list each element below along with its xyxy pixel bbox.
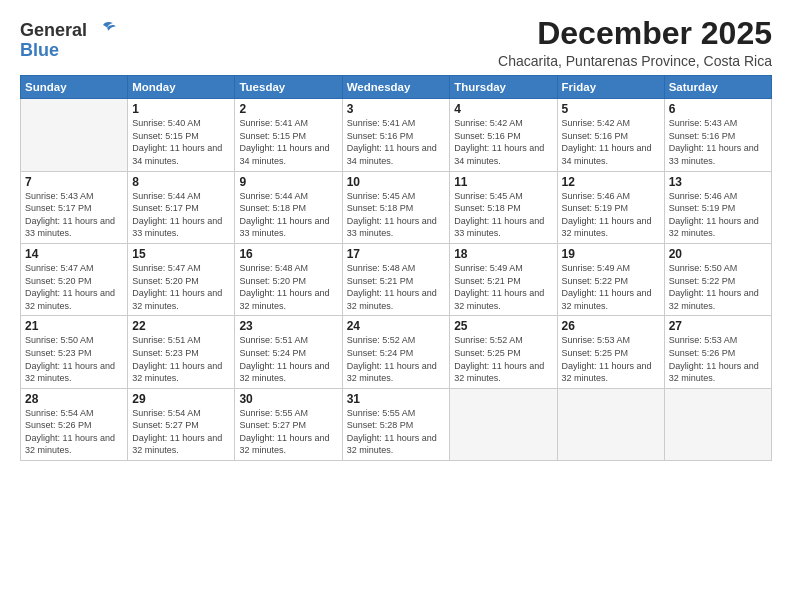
- day-info: Sunrise: 5:41 AMSunset: 5:16 PMDaylight:…: [347, 117, 446, 167]
- calendar-cell: [664, 388, 771, 460]
- day-info: Sunrise: 5:51 AMSunset: 5:23 PMDaylight:…: [132, 334, 230, 384]
- day-number: 28: [25, 392, 123, 406]
- day-info: Sunrise: 5:55 AMSunset: 5:28 PMDaylight:…: [347, 407, 446, 457]
- calendar-cell: 10Sunrise: 5:45 AMSunset: 5:18 PMDayligh…: [342, 171, 450, 243]
- calendar-cell: 24Sunrise: 5:52 AMSunset: 5:24 PMDayligh…: [342, 316, 450, 388]
- day-info: Sunrise: 5:54 AMSunset: 5:26 PMDaylight:…: [25, 407, 123, 457]
- calendar-cell: 6Sunrise: 5:43 AMSunset: 5:16 PMDaylight…: [664, 99, 771, 171]
- day-info: Sunrise: 5:43 AMSunset: 5:16 PMDaylight:…: [669, 117, 767, 167]
- day-number: 2: [239, 102, 337, 116]
- calendar-cell: 23Sunrise: 5:51 AMSunset: 5:24 PMDayligh…: [235, 316, 342, 388]
- calendar-week-row: 1Sunrise: 5:40 AMSunset: 5:15 PMDaylight…: [21, 99, 772, 171]
- logo-general: General: [20, 20, 87, 41]
- calendar-week-row: 21Sunrise: 5:50 AMSunset: 5:23 PMDayligh…: [21, 316, 772, 388]
- calendar-cell: 18Sunrise: 5:49 AMSunset: 5:21 PMDayligh…: [450, 243, 557, 315]
- day-info: Sunrise: 5:46 AMSunset: 5:19 PMDaylight:…: [562, 190, 660, 240]
- day-number: 21: [25, 319, 123, 333]
- title-block: December 2025 Chacarita, Puntarenas Prov…: [498, 16, 772, 69]
- col-monday: Monday: [128, 76, 235, 99]
- calendar-cell: 7Sunrise: 5:43 AMSunset: 5:17 PMDaylight…: [21, 171, 128, 243]
- logo: General Blue: [20, 16, 117, 61]
- day-number: 22: [132, 319, 230, 333]
- day-number: 10: [347, 175, 446, 189]
- calendar-table: Sunday Monday Tuesday Wednesday Thursday…: [20, 75, 772, 461]
- day-info: Sunrise: 5:40 AMSunset: 5:15 PMDaylight:…: [132, 117, 230, 167]
- day-info: Sunrise: 5:54 AMSunset: 5:27 PMDaylight:…: [132, 407, 230, 457]
- day-info: Sunrise: 5:46 AMSunset: 5:19 PMDaylight:…: [669, 190, 767, 240]
- day-number: 13: [669, 175, 767, 189]
- day-number: 23: [239, 319, 337, 333]
- calendar-cell: 15Sunrise: 5:47 AMSunset: 5:20 PMDayligh…: [128, 243, 235, 315]
- day-number: 7: [25, 175, 123, 189]
- day-number: 12: [562, 175, 660, 189]
- calendar-cell: 25Sunrise: 5:52 AMSunset: 5:25 PMDayligh…: [450, 316, 557, 388]
- day-number: 8: [132, 175, 230, 189]
- calendar-cell: 27Sunrise: 5:53 AMSunset: 5:26 PMDayligh…: [664, 316, 771, 388]
- calendar-cell: [450, 388, 557, 460]
- month-title: December 2025: [498, 16, 772, 51]
- col-wednesday: Wednesday: [342, 76, 450, 99]
- day-info: Sunrise: 5:43 AMSunset: 5:17 PMDaylight:…: [25, 190, 123, 240]
- day-number: 16: [239, 247, 337, 261]
- day-number: 9: [239, 175, 337, 189]
- day-number: 29: [132, 392, 230, 406]
- day-info: Sunrise: 5:47 AMSunset: 5:20 PMDaylight:…: [132, 262, 230, 312]
- day-number: 1: [132, 102, 230, 116]
- col-tuesday: Tuesday: [235, 76, 342, 99]
- calendar-cell: 22Sunrise: 5:51 AMSunset: 5:23 PMDayligh…: [128, 316, 235, 388]
- day-number: 26: [562, 319, 660, 333]
- calendar-cell: 3Sunrise: 5:41 AMSunset: 5:16 PMDaylight…: [342, 99, 450, 171]
- day-number: 27: [669, 319, 767, 333]
- calendar-header-row: Sunday Monday Tuesday Wednesday Thursday…: [21, 76, 772, 99]
- day-info: Sunrise: 5:49 AMSunset: 5:22 PMDaylight:…: [562, 262, 660, 312]
- calendar-cell: 12Sunrise: 5:46 AMSunset: 5:19 PMDayligh…: [557, 171, 664, 243]
- calendar-cell: 26Sunrise: 5:53 AMSunset: 5:25 PMDayligh…: [557, 316, 664, 388]
- calendar-week-row: 14Sunrise: 5:47 AMSunset: 5:20 PMDayligh…: [21, 243, 772, 315]
- day-info: Sunrise: 5:45 AMSunset: 5:18 PMDaylight:…: [347, 190, 446, 240]
- day-info: Sunrise: 5:47 AMSunset: 5:20 PMDaylight:…: [25, 262, 123, 312]
- day-info: Sunrise: 5:44 AMSunset: 5:18 PMDaylight:…: [239, 190, 337, 240]
- day-number: 6: [669, 102, 767, 116]
- calendar-cell: [557, 388, 664, 460]
- calendar-cell: 19Sunrise: 5:49 AMSunset: 5:22 PMDayligh…: [557, 243, 664, 315]
- calendar-cell: 1Sunrise: 5:40 AMSunset: 5:15 PMDaylight…: [128, 99, 235, 171]
- col-saturday: Saturday: [664, 76, 771, 99]
- calendar-cell: 21Sunrise: 5:50 AMSunset: 5:23 PMDayligh…: [21, 316, 128, 388]
- day-info: Sunrise: 5:50 AMSunset: 5:22 PMDaylight:…: [669, 262, 767, 312]
- day-info: Sunrise: 5:53 AMSunset: 5:26 PMDaylight:…: [669, 334, 767, 384]
- col-thursday: Thursday: [450, 76, 557, 99]
- calendar-cell: 16Sunrise: 5:48 AMSunset: 5:20 PMDayligh…: [235, 243, 342, 315]
- logo-text: General Blue: [20, 16, 117, 61]
- calendar-cell: 2Sunrise: 5:41 AMSunset: 5:15 PMDaylight…: [235, 99, 342, 171]
- day-number: 25: [454, 319, 552, 333]
- day-number: 24: [347, 319, 446, 333]
- day-info: Sunrise: 5:52 AMSunset: 5:24 PMDaylight:…: [347, 334, 446, 384]
- day-info: Sunrise: 5:50 AMSunset: 5:23 PMDaylight:…: [25, 334, 123, 384]
- calendar-cell: 28Sunrise: 5:54 AMSunset: 5:26 PMDayligh…: [21, 388, 128, 460]
- day-number: 4: [454, 102, 552, 116]
- day-number: 18: [454, 247, 552, 261]
- day-info: Sunrise: 5:51 AMSunset: 5:24 PMDaylight:…: [239, 334, 337, 384]
- calendar-cell: 4Sunrise: 5:42 AMSunset: 5:16 PMDaylight…: [450, 99, 557, 171]
- calendar-cell: 31Sunrise: 5:55 AMSunset: 5:28 PMDayligh…: [342, 388, 450, 460]
- calendar-cell: 8Sunrise: 5:44 AMSunset: 5:17 PMDaylight…: [128, 171, 235, 243]
- day-info: Sunrise: 5:49 AMSunset: 5:21 PMDaylight:…: [454, 262, 552, 312]
- day-info: Sunrise: 5:42 AMSunset: 5:16 PMDaylight:…: [454, 117, 552, 167]
- day-number: 30: [239, 392, 337, 406]
- day-number: 20: [669, 247, 767, 261]
- calendar-cell: 20Sunrise: 5:50 AMSunset: 5:22 PMDayligh…: [664, 243, 771, 315]
- calendar-cell: 30Sunrise: 5:55 AMSunset: 5:27 PMDayligh…: [235, 388, 342, 460]
- day-info: Sunrise: 5:48 AMSunset: 5:20 PMDaylight:…: [239, 262, 337, 312]
- page: General Blue December 2025 Chacarita, Pu…: [0, 0, 792, 612]
- col-friday: Friday: [557, 76, 664, 99]
- day-number: 17: [347, 247, 446, 261]
- calendar-cell: [21, 99, 128, 171]
- day-info: Sunrise: 5:44 AMSunset: 5:17 PMDaylight:…: [132, 190, 230, 240]
- day-info: Sunrise: 5:45 AMSunset: 5:18 PMDaylight:…: [454, 190, 552, 240]
- calendar-week-row: 28Sunrise: 5:54 AMSunset: 5:26 PMDayligh…: [21, 388, 772, 460]
- calendar-cell: 5Sunrise: 5:42 AMSunset: 5:16 PMDaylight…: [557, 99, 664, 171]
- day-number: 14: [25, 247, 123, 261]
- calendar-cell: 9Sunrise: 5:44 AMSunset: 5:18 PMDaylight…: [235, 171, 342, 243]
- calendar-cell: 17Sunrise: 5:48 AMSunset: 5:21 PMDayligh…: [342, 243, 450, 315]
- header: General Blue December 2025 Chacarita, Pu…: [20, 16, 772, 69]
